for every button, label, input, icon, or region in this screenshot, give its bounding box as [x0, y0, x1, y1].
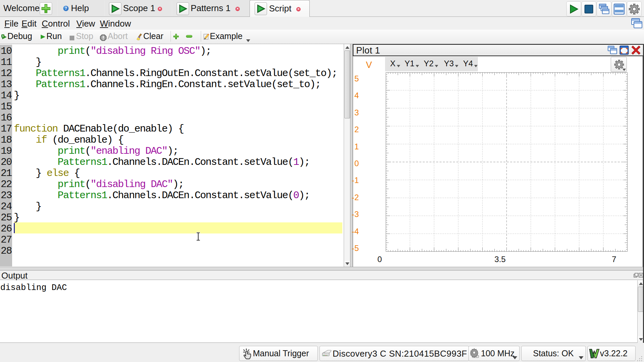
svg-text:1: 1 [2, 34, 4, 38]
